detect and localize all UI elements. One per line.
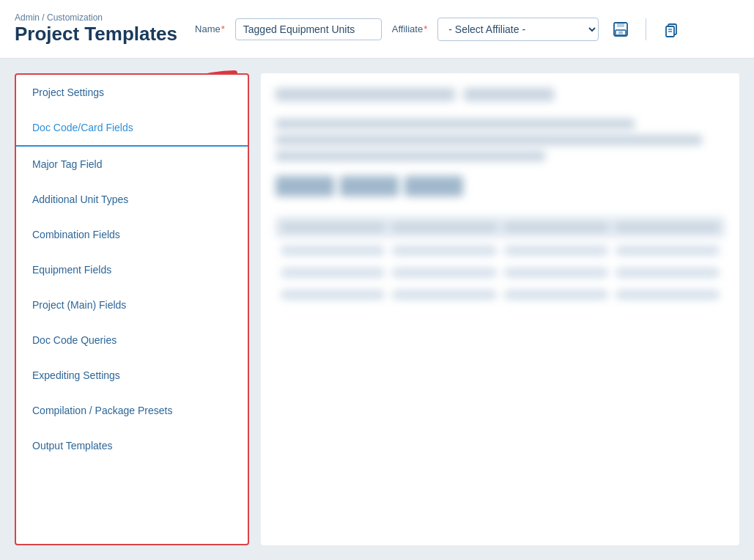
name-label: Name* <box>195 23 225 34</box>
name-required-star: * <box>221 23 225 34</box>
nav-item-additional-unit-types[interactable]: Additional Unit Types <box>16 182 248 217</box>
nav-item-equipment-fields[interactable]: Equipment Fields <box>16 252 248 287</box>
header-divider <box>646 18 646 40</box>
nav-item-major-tag-field[interactable]: Major Tag Field <box>16 147 248 182</box>
affiliate-select[interactable]: - Select Affiliate - <box>437 18 599 41</box>
svg-rect-1 <box>617 23 624 27</box>
blurred-content <box>261 73 739 321</box>
header-controls: Name* Affiliate* - Select Affiliate - <box>195 18 739 41</box>
right-content-panel <box>261 73 739 545</box>
copy-button[interactable] <box>659 18 683 41</box>
nav-item-doc-code-card-fields[interactable]: Doc Code/Card Fields <box>16 110 248 147</box>
page-title: Project Templates <box>15 23 177 45</box>
nav-item-project-main-fields[interactable]: Project (Main) Fields <box>16 287 248 323</box>
save-button[interactable] <box>609 18 632 41</box>
nav-item-project-settings[interactable]: Project Settings <box>16 75 248 110</box>
svg-rect-3 <box>618 31 623 34</box>
name-input[interactable] <box>235 18 382 40</box>
save-icon <box>612 21 629 38</box>
left-nav-panel: Project Settings Doc Code/Card Fields Ma… <box>15 73 249 545</box>
affiliate-required-star: * <box>424 23 427 34</box>
nav-item-compilation-package-presets[interactable]: Compilation / Package Presets <box>16 393 248 428</box>
breadcrumb: Admin / Customization <box>15 12 177 23</box>
affiliate-label: Affiliate* <box>392 23 427 34</box>
copy-icon <box>662 21 680 38</box>
content-area: Project Settings Doc Code/Card Fields Ma… <box>0 59 754 560</box>
nav-item-output-templates[interactable]: Output Templates <box>16 428 248 463</box>
nav-item-combination-fields[interactable]: Combination Fields <box>16 217 248 252</box>
page-header: Admin / Customization Project Templates … <box>0 0 754 59</box>
title-block: Admin / Customization Project Templates <box>15 12 177 45</box>
nav-item-expediting-settings[interactable]: Expediting Settings <box>16 358 248 393</box>
nav-item-doc-code-queries[interactable]: Doc Code Queries <box>16 323 248 358</box>
